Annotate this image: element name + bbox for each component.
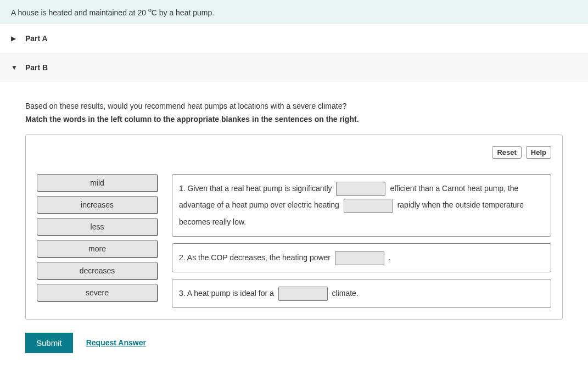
caret-down-icon: ▼ bbox=[11, 64, 18, 71]
word-chip-decreases[interactable]: decreases bbox=[37, 262, 158, 279]
sentence-2: 2. As the COP decreases, the heating pow… bbox=[172, 243, 551, 272]
match-area: Reset Help mild increases less more decr… bbox=[25, 135, 563, 320]
word-chip-mild[interactable]: mild bbox=[37, 174, 158, 192]
drop-slot-2a[interactable] bbox=[335, 251, 384, 265]
word-chip-more[interactable]: more bbox=[37, 240, 158, 258]
part-b-body: Based on these results, would you recomm… bbox=[0, 82, 588, 370]
sentence-1-text-1: 1. Given that a real heat pump is signif… bbox=[179, 184, 332, 193]
sentence-2-text-1: 2. As the COP decreases, the heating pow… bbox=[179, 253, 331, 262]
drop-slot-1b[interactable] bbox=[344, 199, 393, 213]
submit-row: Submit Request Answer bbox=[25, 333, 563, 353]
problem-statement: A house is heated and maintained at 20 o… bbox=[0, 0, 588, 24]
part-b-title: Part B bbox=[25, 63, 48, 72]
part-a-title: Part A bbox=[25, 34, 48, 43]
sentence-1: 1. Given that a real heat pump is signif… bbox=[172, 174, 551, 237]
word-bank: mild increases less more decreases sever… bbox=[37, 174, 158, 301]
part-a-header[interactable]: ▶ Part A bbox=[0, 24, 588, 53]
question-text: Based on these results, would you recomm… bbox=[25, 102, 563, 110]
sentence-3-text-1: 3. A heat pump is ideal for a bbox=[179, 289, 274, 298]
part-b-header[interactable]: ▼ Part B bbox=[0, 53, 588, 82]
word-chip-severe[interactable]: severe bbox=[37, 284, 158, 301]
reset-button[interactable]: Reset bbox=[492, 146, 521, 159]
sentence-2-text-2: . bbox=[389, 253, 391, 262]
submit-button[interactable]: Submit bbox=[25, 333, 73, 353]
match-toolbar: Reset Help bbox=[37, 146, 551, 159]
instruction-text: Match the words in the left column to th… bbox=[25, 115, 563, 124]
drop-slot-3a[interactable] bbox=[278, 287, 328, 301]
sentence-3: 3. A heat pump is ideal for a climate. bbox=[172, 279, 551, 308]
match-columns: mild increases less more decreases sever… bbox=[37, 174, 551, 308]
drop-slot-1a[interactable] bbox=[336, 182, 385, 196]
request-answer-link[interactable]: Request Answer bbox=[86, 338, 146, 347]
problem-value: 20 bbox=[137, 8, 146, 17]
problem-unit: oC bbox=[148, 8, 157, 17]
problem-text-suffix: by a heat pump. bbox=[159, 8, 214, 17]
parts-accordion: ▶ Part A ▼ Part B Based on these results… bbox=[0, 24, 588, 370]
word-chip-increases[interactable]: increases bbox=[37, 196, 158, 214]
word-chip-less[interactable]: less bbox=[37, 218, 158, 236]
problem-text-prefix: A house is heated and maintained at bbox=[11, 8, 137, 17]
help-button[interactable]: Help bbox=[526, 146, 551, 159]
caret-right-icon: ▶ bbox=[11, 35, 18, 42]
sentences: 1. Given that a real heat pump is signif… bbox=[172, 174, 551, 308]
sentence-3-text-2: climate. bbox=[332, 289, 359, 298]
